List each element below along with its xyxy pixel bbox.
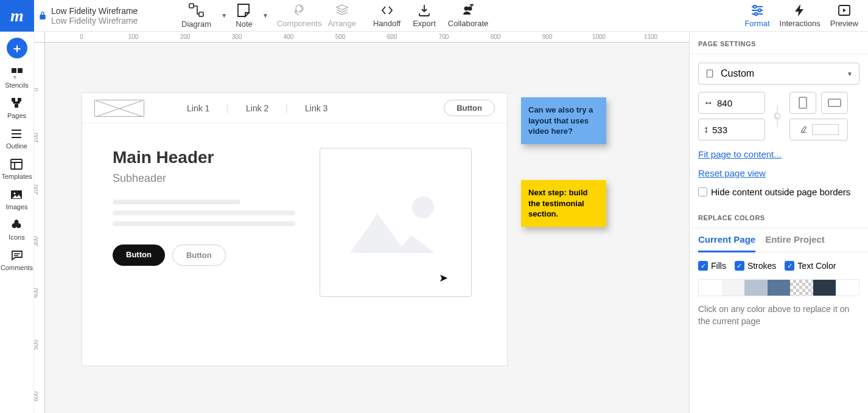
replace-color-help: Click on any color above to replace it o… bbox=[690, 296, 868, 335]
svg-rect-20 bbox=[799, 97, 807, 108]
page-preset-select[interactable]: Custom ▼ bbox=[698, 63, 859, 85]
handoff-tool[interactable]: Handoff bbox=[365, 3, 409, 28]
svg-point-3 bbox=[468, 7, 472, 11]
collaborate-tool[interactable]: Collaborate bbox=[439, 3, 497, 28]
svg-text:T: T bbox=[13, 75, 16, 80]
wireframe-nav: Link 1 | Link 2 | Link 3 Button bbox=[82, 93, 507, 123]
svg-rect-1 bbox=[199, 12, 203, 16]
svg-point-4 bbox=[754, 5, 756, 8]
svg-rect-9 bbox=[18, 68, 23, 73]
aspect-lock-icon[interactable] bbox=[770, 104, 785, 128]
export-tool[interactable]: Export bbox=[409, 3, 439, 28]
svg-rect-21 bbox=[828, 99, 841, 106]
height-input[interactable]: ↕ bbox=[698, 119, 765, 141]
sidebar-images[interactable]: Images bbox=[5, 187, 27, 210]
format-panel-button[interactable]: Format bbox=[740, 3, 774, 28]
svg-point-16 bbox=[14, 192, 16, 194]
sticky-note-yellow[interactable]: Next step: build the testimonial section… bbox=[521, 180, 606, 227]
svg-point-2 bbox=[464, 7, 469, 11]
preview-button[interactable]: Preview bbox=[825, 3, 863, 28]
chevron-down-icon: ▼ bbox=[847, 71, 853, 77]
fit-page-link[interactable]: Fit page to content... bbox=[698, 149, 859, 159]
width-input[interactable]: ↔ bbox=[698, 92, 765, 114]
svg-point-6 bbox=[755, 13, 757, 15]
replace-colors-heading: REPLACE COLORS bbox=[690, 206, 868, 228]
canvas[interactable]: 010020030040050060070080090010001100 010… bbox=[34, 32, 689, 413]
logo-placeholder[interactable] bbox=[94, 100, 144, 117]
background-color-button[interactable] bbox=[789, 119, 848, 141]
color-swatch[interactable] bbox=[813, 280, 836, 296]
svg-rect-0 bbox=[189, 4, 194, 8]
hide-content-checkbox[interactable] bbox=[698, 187, 707, 196]
document-titles: Low Fidelity Wireframe Low Fidelity Wire… bbox=[51, 6, 173, 26]
app-logo[interactable]: m bbox=[0, 0, 34, 32]
color-swatch[interactable] bbox=[722, 280, 745, 296]
sidebar-outline[interactable]: Outline bbox=[6, 127, 27, 150]
vertical-ruler[interactable]: 0100200300400500600 bbox=[34, 43, 45, 413]
interactions-panel-button[interactable]: Interactions bbox=[775, 3, 825, 28]
nav-link-3[interactable]: Link 3 bbox=[305, 103, 327, 113]
subheader-text[interactable]: Subheader bbox=[113, 172, 295, 185]
wireframe-page[interactable]: Link 1 | Link 2 | Link 3 Button Main Hea… bbox=[82, 92, 508, 366]
page-settings-heading: PAGE SETTINGS bbox=[690, 32, 868, 54]
primary-cta-button[interactable]: Button bbox=[113, 245, 165, 266]
add-button[interactable]: ＋ bbox=[7, 38, 27, 58]
note-dropdown-icon[interactable]: ▼ bbox=[262, 12, 268, 19]
svg-rect-14 bbox=[11, 159, 22, 169]
reset-view-link[interactable]: Reset page view bbox=[698, 168, 859, 178]
top-toolbar: m Low Fidelity Wireframe Low Fidelity Wi… bbox=[0, 0, 868, 32]
height-icon: ↕ bbox=[704, 124, 709, 135]
page-icon bbox=[705, 69, 715, 78]
width-icon: ↔ bbox=[704, 97, 713, 108]
tab-entire-project[interactable]: Entire Project bbox=[765, 228, 825, 252]
diagram-tool[interactable]: Diagram bbox=[173, 2, 220, 29]
main-header-text[interactable]: Main Header bbox=[113, 148, 295, 167]
color-swatch[interactable] bbox=[836, 280, 859, 296]
left-sidebar: ＋ T Stencils Pages Outline Templates Ima… bbox=[0, 32, 34, 413]
svg-rect-12 bbox=[18, 98, 21, 102]
diagram-dropdown-icon[interactable]: ▼ bbox=[221, 12, 227, 19]
svg-rect-18 bbox=[707, 70, 712, 77]
color-swatch[interactable] bbox=[744, 280, 768, 296]
nav-button[interactable]: Button bbox=[444, 100, 495, 116]
color-swatches bbox=[698, 279, 859, 296]
ruler-origin[interactable] bbox=[34, 32, 45, 43]
portrait-button[interactable] bbox=[789, 92, 816, 114]
tab-current-page[interactable]: Current Page bbox=[698, 228, 755, 252]
color-swatch[interactable] bbox=[768, 280, 791, 296]
sidebar-icons[interactable]: Icons bbox=[9, 218, 24, 241]
sidebar-pages[interactable]: Pages bbox=[7, 96, 26, 119]
fills-checkbox[interactable]: ✓ bbox=[698, 261, 708, 271]
text-color-checkbox[interactable]: ✓ bbox=[785, 261, 794, 271]
sidebar-stencils[interactable]: T Stencils bbox=[5, 66, 29, 89]
sticky-note-blue[interactable]: Can we also try a layout that uses video… bbox=[521, 97, 606, 144]
nav-link-2[interactable]: Link 2 bbox=[246, 103, 268, 113]
color-swatch[interactable] bbox=[699, 280, 722, 296]
strokes-checkbox[interactable]: ✓ bbox=[735, 261, 744, 271]
hide-content-label: Hide content outside page borders bbox=[711, 187, 850, 197]
landscape-button[interactable] bbox=[821, 92, 848, 114]
page-title[interactable]: Low Fidelity Wireframe bbox=[51, 16, 169, 26]
nav-link-1[interactable]: Link 1 bbox=[187, 103, 209, 113]
image-placeholder[interactable] bbox=[320, 148, 472, 297]
svg-point-17 bbox=[412, 196, 434, 218]
svg-rect-13 bbox=[15, 104, 18, 108]
project-title[interactable]: Low Fidelity Wireframe bbox=[51, 6, 169, 16]
sidebar-templates[interactable]: Templates bbox=[1, 157, 32, 180]
svg-rect-8 bbox=[12, 68, 16, 73]
right-panel: PAGE SETTINGS Custom ▼ ↔ bbox=[689, 32, 868, 413]
horizontal-ruler[interactable]: 010020030040050060070080090010001100 bbox=[45, 32, 689, 43]
svg-point-5 bbox=[758, 9, 761, 12]
arrange-tool[interactable]: Arrange bbox=[320, 3, 365, 28]
wireframe-hero: Main Header Subheader Button Button bbox=[82, 123, 507, 321]
lock-icon[interactable] bbox=[34, 11, 51, 21]
color-swatch[interactable] bbox=[790, 280, 813, 296]
paragraph-placeholder[interactable] bbox=[113, 200, 295, 226]
cursor-icon: ➤ bbox=[439, 271, 448, 285]
note-tool[interactable]: Note bbox=[227, 2, 261, 29]
sidebar-comments[interactable]: Comments bbox=[1, 248, 33, 271]
secondary-cta-button[interactable]: Button bbox=[172, 245, 226, 266]
svg-rect-11 bbox=[12, 98, 15, 102]
